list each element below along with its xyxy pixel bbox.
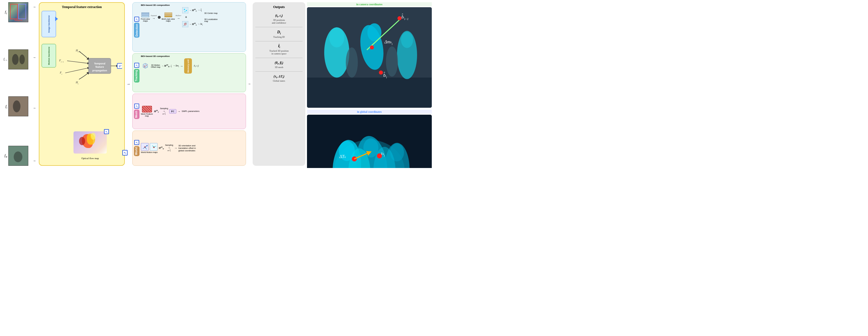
mesh-sampling-label: Sampling [160, 108, 168, 109]
ti-ci-formula: (ti, ci) [255, 13, 303, 18]
mesh-map-area: Mesh Featuremap [141, 106, 153, 117]
svg-line-35 [143, 147, 145, 149]
world-sampling: Sampling → at t̃i [165, 144, 173, 152]
world-map-1-svg [141, 143, 149, 151]
mc-label: → M3DC [189, 9, 197, 12]
subjects-label: Subjects [14, 19, 23, 21]
svg-point-43 [329, 27, 344, 47]
image-backbone-label: Image backbone [48, 15, 50, 33]
mesh-section: oi Mesh Mesh Featuremap M2DF Sampling → … [132, 93, 246, 129]
svg-point-19 [186, 10, 187, 11]
optical-flow-area: oi [73, 131, 107, 153]
svg-point-47 [401, 32, 413, 48]
svg-rect-41 [307, 78, 432, 108]
svg-point-68 [352, 156, 357, 161]
svg-text:Fi−1: Fi−1 [59, 59, 63, 63]
tfe-to-pipe-arrow: → [126, 2, 131, 166]
frame-fn-label: fN [2, 153, 7, 158]
bev-maps: Bird's-eye-viewmaps [162, 12, 175, 22]
bev-layer1 [164, 12, 172, 14]
frame-f1-label: f1 [2, 10, 7, 15]
global-coord-section: in global coordinates [307, 110, 432, 168]
di-desc: Tracking ID [255, 35, 303, 38]
di-formula: Di [255, 30, 303, 35]
svg-line-34 [145, 145, 147, 147]
t-hat-desc: Tracked 3D positionin camera space [255, 50, 303, 55]
input-frames: f1 Subjects fi−1 fi [2, 2, 30, 166]
world-map-area: World Motion maps [141, 143, 157, 153]
out-arrow: → [248, 82, 251, 86]
optical-flow-bg [73, 131, 107, 153]
bev-label: Bird's-eye-viewmaps [162, 18, 175, 22]
ti-ci-area: (ti, ci) [194, 64, 198, 67]
svg-text:propagation: propagation [92, 69, 107, 72]
svg-point-53 [379, 71, 383, 75]
global-viz-svg: ΔTk τki scale [307, 115, 432, 168]
bev-layer2 [164, 14, 172, 16]
svg-line-36 [145, 147, 147, 149]
frame-f1-img: Subjects [8, 2, 28, 22]
local-map-label: 3D Localizationmap [205, 18, 218, 22]
det-oi: oi [134, 17, 139, 22]
refiner-arrow: → [177, 17, 180, 20]
theta-beta-desc: 3D mesh [255, 66, 303, 68]
optical-flow-label: Optical flow map [79, 157, 101, 160]
frame-fn: fN [2, 146, 30, 166]
svg-point-49 [386, 46, 398, 77]
motion-offset-label: 3D MotionOffset map [151, 64, 160, 68]
track-arrow: → [180, 64, 183, 68]
arrow-f1: → [33, 5, 36, 9]
outputs-title: Outputs [255, 5, 303, 9]
expand-label: Expand [151, 15, 157, 17]
world-maps [141, 143, 157, 151]
subject2-box [18, 4, 26, 19]
tfe-title: Temporal feature extraction [41, 5, 122, 9]
world-map-1 [141, 143, 149, 151]
local-map-icon [182, 21, 188, 27]
backbone-col: Image backbone Motion backbone [41, 11, 57, 162]
fc-arrow: → [178, 110, 181, 113]
frame-fi1-img [8, 50, 28, 69]
svg-point-18 [184, 9, 185, 10]
track-content: BEV-based 3D composition 3D MotionOffset… [141, 55, 244, 90]
theta-beta-formula: (θi, βi) [255, 61, 303, 65]
pipe-arrow: → [126, 82, 130, 86]
svg-point-30 [144, 65, 145, 66]
frame-fi-img [8, 96, 28, 116]
divider-2 [255, 41, 303, 41]
detection-section: oi Detection BEV-based 3D composition Fr… [132, 2, 246, 52]
output-ti-ci: (ti, ci) 3D positionsand confidence [255, 13, 303, 24]
divider-3 [255, 58, 303, 58]
output-di: Di Tracking ID [255, 30, 303, 38]
delta-t: → Δti [197, 23, 203, 26]
mesh-feature-label: Mesh Featuremap [141, 113, 153, 117]
pipe-to-out-arrow: → [248, 2, 251, 166]
frame-fi-svg [9, 96, 28, 116]
mesh-feature-icon [142, 106, 152, 112]
svg-line-39 [152, 145, 154, 147]
tfe-center: Hi−1 Fi−1 Fi Hi T [58, 11, 122, 162]
delta-m: → Δmi [173, 64, 179, 67]
frame-f1: f1 Subjects [2, 2, 30, 22]
t-hat-formula: t̂i [255, 44, 303, 49]
svg-point-52 [370, 46, 374, 50]
track-label: Tracking [134, 69, 140, 82]
det-label: Detection [134, 23, 140, 38]
motion-cube-icon [141, 62, 150, 71]
det-pipe: Front-viewmaps Expand → ⊗ Bird's-ey [141, 7, 244, 27]
backbone-arrow [55, 17, 58, 21]
mm-label: → M3DM [161, 64, 169, 67]
mesh-left: oi Mesh [134, 95, 140, 127]
arrow-fi1: → [33, 56, 36, 60]
track-title: BEV-based 3D composition [141, 55, 244, 57]
refiner-step: Refiner → [176, 15, 181, 20]
memory-unit: Memory unit [184, 58, 192, 74]
ti-tilde: → t̃i [198, 9, 202, 12]
oi-box-main: oi [122, 150, 128, 156]
blob-red [79, 137, 85, 145]
frame-fi-label: fi [2, 104, 7, 109]
outputs-col: Outputs (ti, ci) 3D positionsand confide… [253, 2, 305, 166]
svg-point-1 [12, 54, 19, 65]
svg-point-4 [13, 101, 21, 112]
frame-fi: fi [2, 96, 30, 116]
